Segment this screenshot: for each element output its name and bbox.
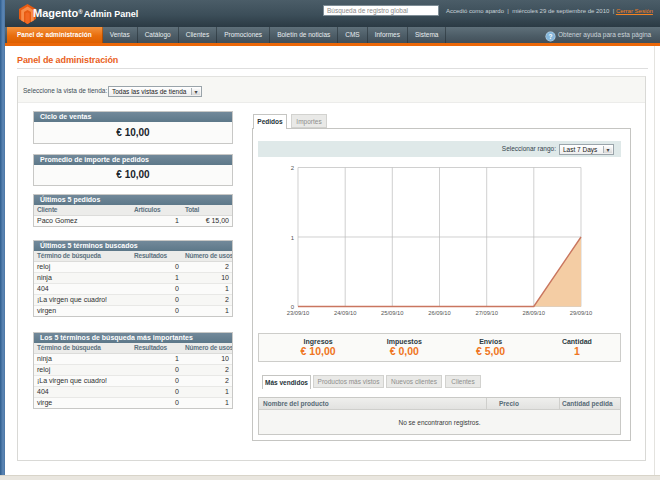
svg-text:23/09/10: 23/09/10: [287, 310, 310, 316]
svg-text:25/09/10: 25/09/10: [381, 310, 404, 316]
svg-text:26/09/10: 26/09/10: [428, 310, 451, 316]
svg-text:29/09/10: 29/09/10: [570, 310, 593, 316]
svg-text:27/09/10: 27/09/10: [475, 310, 498, 316]
svg-text:2: 2: [291, 165, 295, 171]
svg-text:24/09/10: 24/09/10: [334, 310, 357, 316]
svg-text:28/09/10: 28/09/10: [523, 310, 546, 316]
svg-text:1: 1: [291, 235, 295, 241]
